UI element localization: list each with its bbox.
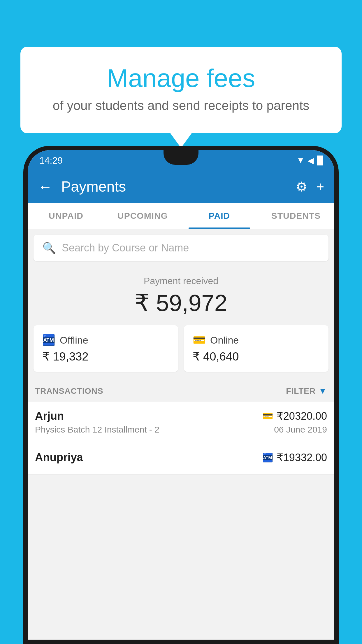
content-area: 🔍 Search by Course or Name Payment recei… bbox=[28, 229, 334, 475]
transaction-course: Physics Batch 12 Installment - 2 bbox=[35, 425, 159, 435]
offline-label: Offline bbox=[60, 335, 88, 346]
filter-button[interactable]: FILTER ▼ bbox=[286, 386, 327, 396]
tab-upcoming[interactable]: UPCOMING bbox=[104, 203, 181, 229]
tab-unpaid[interactable]: UNPAID bbox=[28, 203, 104, 229]
phone-frame: 14:29 ▼ ◀ █ ← Payments ⚙ + UNPAID UPCOMI… bbox=[23, 146, 339, 644]
transaction-name: Arjun bbox=[35, 410, 64, 422]
search-icon: 🔍 bbox=[42, 242, 56, 254]
transaction-amount: ₹20320.00 bbox=[277, 410, 327, 422]
payment-received-amount: ₹ 59,972 bbox=[34, 289, 328, 316]
transaction-amount-row: 💳 ₹20320.00 bbox=[262, 410, 327, 422]
online-card-header: 💳 Online bbox=[193, 334, 320, 346]
transactions-header: TRANSACTIONS FILTER ▼ bbox=[28, 381, 334, 402]
transaction-date: 06 June 2019 bbox=[274, 425, 327, 435]
online-card: 💳 Online ₹ 40,640 bbox=[184, 325, 328, 372]
online-label: Online bbox=[210, 335, 239, 346]
main-title: Manage fees bbox=[44, 64, 318, 92]
tab-paid[interactable]: PAID bbox=[181, 203, 258, 229]
transaction-amount-row: 🏧 ₹19332.00 bbox=[262, 452, 327, 464]
offline-amount: ₹ 19,332 bbox=[42, 350, 169, 363]
back-button[interactable]: ← bbox=[38, 178, 52, 195]
phone-notch bbox=[164, 150, 198, 165]
speech-bubble-container: Manage fees of your students and send re… bbox=[20, 47, 342, 133]
transactions-label: TRANSACTIONS bbox=[35, 386, 103, 396]
payment-type-icon: 🏧 bbox=[262, 452, 273, 463]
app-bar-actions: ⚙ + bbox=[296, 179, 324, 195]
signal-icon: ◀ bbox=[307, 156, 314, 165]
status-time: 14:29 bbox=[39, 155, 63, 166]
app-bar: ← Payments ⚙ + bbox=[28, 171, 334, 203]
transaction-item[interactable]: Arjun 💳 ₹20320.00 Physics Batch 12 Insta… bbox=[28, 402, 334, 443]
payment-cards: 🏧 Offline ₹ 19,332 💳 Online ₹ 40,640 bbox=[28, 325, 334, 381]
add-icon[interactable]: + bbox=[316, 179, 324, 195]
transaction-name: Anupriya bbox=[35, 451, 83, 464]
transaction-row1: Anupriya 🏧 ₹19332.00 bbox=[35, 451, 327, 464]
transaction-amount: ₹19332.00 bbox=[277, 452, 327, 464]
settings-icon[interactable]: ⚙ bbox=[296, 179, 307, 195]
payment-type-icon: 💳 bbox=[262, 411, 273, 421]
wifi-icon: ▼ bbox=[296, 156, 305, 165]
offline-card: 🏧 Offline ₹ 19,332 bbox=[34, 325, 178, 372]
filter-icon: ▼ bbox=[319, 386, 327, 396]
phone-screen: 14:29 ▼ ◀ █ ← Payments ⚙ + UNPAID UPCOMI… bbox=[28, 150, 334, 640]
transaction-row1: Arjun 💳 ₹20320.00 bbox=[35, 410, 327, 422]
online-icon: 💳 bbox=[193, 334, 206, 346]
main-subtitle: of your students and send receipts to pa… bbox=[44, 98, 318, 113]
search-bar[interactable]: 🔍 Search by Course or Name bbox=[34, 235, 328, 261]
search-placeholder: Search by Course or Name bbox=[62, 242, 189, 254]
speech-bubble: Manage fees of your students and send re… bbox=[20, 47, 342, 133]
offline-card-header: 🏧 Offline bbox=[42, 334, 169, 346]
app-bar-title: Payments bbox=[61, 178, 287, 195]
status-icons: ▼ ◀ █ bbox=[296, 156, 323, 165]
battery-icon: █ bbox=[317, 156, 323, 165]
tabs-container: UNPAID UPCOMING PAID STUDENTS bbox=[28, 203, 334, 229]
payment-summary: Payment received ₹ 59,972 bbox=[28, 267, 334, 325]
filter-label: FILTER bbox=[286, 386, 316, 396]
transaction-item[interactable]: Anupriya 🏧 ₹19332.00 bbox=[28, 443, 334, 475]
tab-students[interactable]: STUDENTS bbox=[258, 203, 334, 229]
payment-received-label: Payment received bbox=[34, 276, 328, 286]
transaction-row2: Physics Batch 12 Installment - 2 06 June… bbox=[35, 425, 327, 435]
offline-icon: 🏧 bbox=[42, 334, 55, 346]
status-bar: 14:29 ▼ ◀ █ bbox=[28, 150, 334, 171]
online-amount: ₹ 40,640 bbox=[193, 350, 320, 363]
